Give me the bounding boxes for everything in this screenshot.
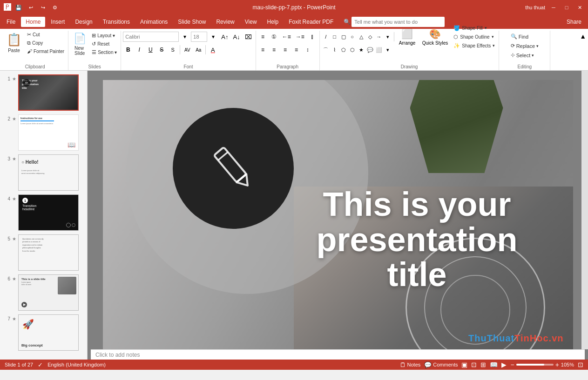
- font-color-button[interactable]: A: [208, 45, 218, 55]
- outline-view-button[interactable]: ⊡: [471, 361, 477, 368]
- customize-button[interactable]: ⚙: [50, 3, 60, 12]
- zoom-in-button[interactable]: +: [555, 361, 559, 368]
- shape-triangle[interactable]: △: [357, 33, 365, 40]
- slide-sorter-button[interactable]: ⊞: [480, 361, 486, 368]
- menu-file[interactable]: File: [2, 17, 20, 27]
- shape-outline-dropdown[interactable]: ▾: [492, 34, 494, 39]
- decrease-indent-button[interactable]: ←≡: [280, 32, 293, 42]
- shape-round-rect[interactable]: ▢: [339, 33, 348, 40]
- scroll-bar-right[interactable]: [581, 71, 588, 349]
- format-painter-button[interactable]: 🖌Format Painter: [25, 47, 66, 55]
- ribbon-collapse-button[interactable]: ▲: [578, 31, 588, 70]
- bullets-button[interactable]: ≡: [258, 32, 268, 42]
- font-size-input[interactable]: [191, 32, 207, 42]
- shape-more[interactable]: ▾: [384, 33, 392, 40]
- undo-button[interactable]: ↩: [26, 3, 35, 12]
- increase-font-button[interactable]: A↑: [219, 32, 230, 42]
- italic-button[interactable]: I: [134, 45, 144, 55]
- cut-button[interactable]: ✂Cut: [25, 31, 66, 39]
- normal-view-button[interactable]: ▣: [461, 361, 467, 368]
- shape-line[interactable]: /: [322, 33, 330, 40]
- menu-help[interactable]: Help: [263, 17, 284, 27]
- select-dropdown[interactable]: ▾: [532, 53, 534, 58]
- redo-button[interactable]: ↪: [38, 3, 47, 12]
- fit-to-window-button[interactable]: ⊡: [578, 361, 583, 368]
- notes-button[interactable]: 🗒 Notes: [400, 361, 421, 368]
- find-button[interactable]: 🔍 Find: [509, 33, 530, 40]
- restore-button[interactable]: □: [562, 3, 571, 12]
- zoom-level[interactable]: 105%: [561, 362, 574, 367]
- share-button[interactable]: Share: [562, 17, 586, 27]
- slide-item-1[interactable]: 1 ★ This is yourpresentationtitle ✏: [0, 73, 87, 113]
- minimize-button[interactable]: ─: [549, 3, 558, 12]
- shape-freeform[interactable]: ⌇: [331, 46, 339, 53]
- reset-button[interactable]: ↺Reset: [90, 40, 119, 48]
- slide-item-3[interactable]: 3 ★ ○ Hello! Lorem ipsum dolor sitamet c…: [0, 153, 87, 193]
- menu-view[interactable]: View: [240, 17, 262, 27]
- arrange-button[interactable]: ⬜ Arrange: [396, 27, 419, 47]
- shape-cube[interactable]: ⬜: [375, 46, 383, 53]
- line-spacing-button[interactable]: ↕: [303, 45, 313, 55]
- menu-slideshow[interactable]: Slide Show: [173, 17, 210, 27]
- notes-bar[interactable]: Click to add notes: [91, 349, 585, 360]
- underline-button[interactable]: U: [145, 45, 155, 55]
- new-slide-button[interactable]: 📄 NewSlide: [70, 31, 89, 58]
- slideshow-button[interactable]: ▶: [501, 361, 507, 368]
- menu-review[interactable]: Review: [211, 17, 239, 27]
- shape-effects-dropdown[interactable]: ▾: [493, 43, 495, 48]
- section-button[interactable]: ☰Section ▾: [90, 48, 119, 56]
- shape-fill-dropdown[interactable]: ▾: [485, 26, 487, 30]
- slide-item-2[interactable]: 2 ★ Instructions for use Lorem ipsum dol…: [0, 113, 87, 153]
- bold-button[interactable]: B: [123, 45, 133, 55]
- decrease-font-button[interactable]: A↓: [231, 32, 242, 42]
- tell-me-input[interactable]: [351, 17, 445, 27]
- align-left-button[interactable]: ≡: [258, 45, 268, 55]
- paste-button[interactable]: 📋 Paste: [4, 31, 24, 55]
- menu-transitions[interactable]: Transitions: [98, 17, 135, 27]
- shape-rect[interactable]: □: [331, 33, 339, 40]
- slide-item-7[interactable]: 7 ★ 🚀 Big concept: [0, 313, 87, 353]
- shape-callout[interactable]: 💬: [366, 46, 374, 53]
- slide-item-6[interactable]: 6 ★ This is a slide title Lorem ipsumdol…: [0, 273, 87, 313]
- shape-more2[interactable]: ▾: [384, 46, 392, 53]
- replace-dropdown[interactable]: ▾: [536, 44, 539, 48]
- close-button[interactable]: ✕: [575, 3, 584, 12]
- align-right-button[interactable]: ≡: [280, 45, 291, 55]
- zoom-out-button[interactable]: −: [510, 361, 514, 368]
- text-shadow-button[interactable]: S: [168, 45, 178, 55]
- shape-arc[interactable]: ⌒: [322, 46, 330, 53]
- slide-canvas[interactable]: This is yourpresentationtitle ThuThuatTi…: [103, 80, 573, 349]
- char-spacing-button[interactable]: AV: [182, 45, 192, 55]
- justify-button[interactable]: ≡: [291, 45, 302, 55]
- quick-styles-button[interactable]: 🎨 Quick Styles: [419, 27, 451, 47]
- strikethrough-button[interactable]: S: [156, 45, 167, 55]
- slide-item-4[interactable]: 4 ★ 1 Transitionheadline: [0, 193, 87, 233]
- menu-animations[interactable]: Animations: [135, 17, 172, 27]
- shape-oval[interactable]: ○: [348, 33, 357, 40]
- shape-hexagon[interactable]: ⬡: [348, 46, 357, 53]
- font-name-input[interactable]: [123, 32, 179, 42]
- font-name-dropdown-icon[interactable]: ▾: [180, 32, 190, 42]
- copy-button[interactable]: ⧉Copy: [25, 39, 66, 47]
- menu-home[interactable]: Home: [21, 17, 45, 27]
- replace-button[interactable]: ⟳ Replace ▾: [509, 42, 541, 50]
- shape-pentagon[interactable]: ⬠: [339, 46, 348, 53]
- align-center-button[interactable]: ≡: [269, 45, 279, 55]
- shape-diamond[interactable]: ◇: [366, 33, 374, 40]
- zoom-slider[interactable]: [516, 364, 554, 366]
- shape-arrow-right[interactable]: →: [375, 33, 383, 40]
- shape-star[interactable]: ★: [357, 46, 365, 53]
- menu-foxit[interactable]: Foxit Reader PDF: [284, 17, 338, 27]
- reading-view-button[interactable]: 📖: [490, 361, 498, 368]
- increase-indent-button[interactable]: →≡: [294, 32, 306, 42]
- save-button[interactable]: 💾: [14, 3, 23, 12]
- clear-format-button[interactable]: ⌧: [243, 32, 254, 42]
- spell-check-icon[interactable]: ✓: [38, 361, 43, 368]
- shape-effects-button[interactable]: ✨ Shape Effects ▾: [452, 42, 497, 50]
- slide-item-5[interactable]: 5 ★ Quotations are commonlyprinted as a …: [0, 233, 87, 273]
- select-button[interactable]: ⊹ Select ▾: [509, 51, 536, 59]
- layout-button[interactable]: ⊞Layout ▾: [90, 32, 119, 40]
- change-case-button[interactable]: Aa: [193, 45, 203, 55]
- menu-insert[interactable]: Insert: [46, 17, 69, 27]
- columns-button[interactable]: ⫿: [307, 32, 318, 42]
